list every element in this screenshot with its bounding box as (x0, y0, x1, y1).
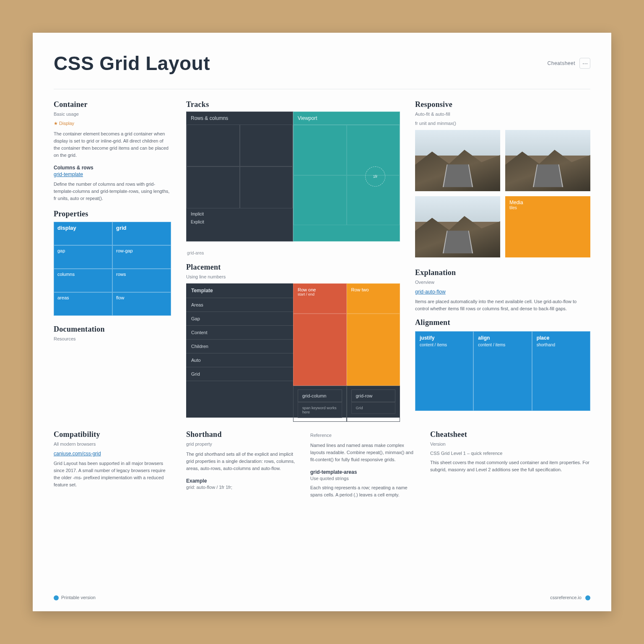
right-sub-1a: Auto-fit & auto-fill (415, 112, 590, 117)
right-para-2: Items are placed automatically into the … (415, 298, 590, 312)
center-heading-2: Placement (186, 263, 400, 272)
bottom-sub-3: Reference (310, 433, 415, 438)
bottom-minor-4: CSS Grid Level 1 – quick reference (430, 451, 590, 456)
footer-right-label: cssreference.io (550, 595, 582, 600)
alignment-table: justify content / items align content / … (415, 331, 590, 411)
orange-cell: Row two (347, 283, 400, 314)
right-heading-3: Alignment (415, 318, 590, 327)
center-sub-2: Using line numbers (186, 274, 400, 279)
photo-tile (415, 196, 500, 257)
left-heading-3: Documentation (54, 325, 171, 334)
fr-circle-icon: 1fr (365, 166, 385, 187)
bottom-heading-2: Shorthand (186, 430, 295, 439)
right-sub-2: Overview (415, 280, 590, 285)
table-cell: display (54, 222, 112, 245)
cell-label: grid-row (351, 390, 396, 402)
footer-left[interactable]: Printable version (54, 595, 96, 600)
right-heading-2: Explanation (415, 268, 590, 277)
list-item: Content (186, 326, 293, 340)
bottom-minor-2: grid: auto-flow / 1fr 1fr; (186, 485, 295, 490)
orange-tile: Media tiles (505, 196, 590, 257)
footer: Printable version cssreference.io (54, 595, 590, 600)
cell-sub: span keyword works here (298, 402, 342, 418)
col-heading: justify (420, 335, 469, 341)
left-para-2: Define the number of columns and rows wi… (54, 181, 171, 202)
right-column: Responsive Auto-fit & auto-fill fr unit … (415, 100, 590, 418)
right-heading-1: Responsive (415, 100, 590, 109)
table-cell: row-gap (112, 245, 171, 269)
foot-cell: grid-column span keyword works here (293, 386, 347, 422)
col-heading: place (537, 335, 586, 341)
left-heading-2: Properties (54, 210, 171, 218)
diagram-footnote: grid-area (186, 249, 400, 255)
bottom-link-1[interactable]: caniuse.com/css-grid (54, 451, 171, 457)
bottom-minor-3: Use quoted strings (310, 476, 415, 481)
table-cell: grid (112, 222, 171, 245)
photo-tile (415, 130, 500, 191)
photo-grid: Media tiles (415, 130, 590, 257)
list-item: Children (186, 340, 293, 353)
table-cell: flow (112, 292, 171, 316)
topbar: CSS Grid Layout Cheatsheet ⋯ (54, 52, 590, 75)
bottom-label-3: grid-template-areas (310, 469, 415, 475)
bottom-heading-1: Compatibility (54, 430, 171, 439)
dot-icon (54, 595, 59, 600)
bottom-sub-4: Version (430, 441, 590, 447)
list-item: Areas (186, 298, 293, 312)
bottom-sub-2: grid property (186, 441, 295, 447)
star-badge: ★ Display (54, 121, 171, 126)
diagram-teal-panel: Viewport 1fr (293, 112, 400, 242)
col-value: content / items (478, 343, 527, 347)
cell-label: Row one (298, 287, 342, 292)
right-sub-1b: fr unit and minmax() (415, 121, 590, 126)
table-col: place shorthand (532, 331, 590, 411)
diagram-dark-panel: Rows & columns Implicit Explicit (186, 112, 293, 242)
bottom-para-1: Grid Layout has been supported in all ma… (54, 460, 171, 488)
placement-diagram: Template Areas Gap Content Children Auto… (186, 283, 400, 418)
tracks-diagram: Rows & columns Implicit Explicit Viewpor… (186, 112, 400, 242)
main-columns: Container Basic usage ★ Display The cont… (54, 100, 590, 418)
bottom-heading-4: Cheatsheet (430, 430, 590, 439)
list-item: Gap (186, 312, 293, 326)
table-cell: rows (112, 269, 171, 292)
bottom-para-3b: Each string represents a row; repeating … (310, 484, 415, 499)
orange-fill (347, 314, 400, 386)
bottom-row: Compatibility All modern browsers canius… (54, 430, 590, 504)
diagram-label: Implicit (187, 208, 293, 220)
bottom-sub-1: All modern browsers (54, 441, 171, 447)
list-item: Grid (186, 367, 293, 381)
col-value: shorthand (537, 343, 586, 347)
left-link-1[interactable]: grid-template (54, 171, 171, 177)
page-title: CSS Grid Layout (54, 52, 210, 75)
bottom-para-2: The grid shorthand sets all of the expli… (186, 451, 295, 472)
properties-grid: display grid gap row-gap columns rows ar… (54, 222, 171, 316)
bottom-para-3a: Named lines and named areas make complex… (310, 442, 415, 463)
placement-dark-list: Template Areas Gap Content Children Auto… (186, 283, 293, 418)
col-value: content / items (420, 343, 469, 347)
breadcrumb: Cheatsheet (548, 60, 575, 66)
bottom-para-4: This sheet covers the most commonly used… (430, 459, 590, 473)
left-sub-1: Basic usage (54, 112, 171, 117)
footer-left-label: Printable version (61, 595, 96, 600)
settings-icon[interactable]: ⋯ (579, 58, 590, 69)
divider (54, 89, 590, 89)
placement-color-panel: Row one start / end Row two grid-column … (293, 283, 400, 418)
foot-cell: grid-row Grid (347, 386, 400, 422)
diagram-label: Viewport (293, 112, 400, 125)
list-item: Template (186, 283, 293, 298)
diagram-label: Explicit (187, 220, 293, 228)
right-link-2[interactable]: grid-auto-flow (415, 289, 590, 295)
center-heading-1: Tracks (186, 100, 400, 109)
center-column: Tracks Rows & columns Implicit Explicit … (186, 100, 400, 418)
table-cell: gap (54, 245, 112, 269)
footer-right[interactable]: cssreference.io (550, 595, 590, 600)
photo-tile (505, 130, 590, 191)
table-cell: columns (54, 269, 112, 292)
bottom-label-2: Example (186, 478, 295, 484)
left-column: Container Basic usage ★ Display The cont… (54, 100, 171, 418)
left-para-1: The container element becomes a grid con… (54, 130, 171, 159)
tile-label: Media (509, 200, 586, 205)
cell-sub: Grid (351, 402, 396, 414)
sheet: CSS Grid Layout Cheatsheet ⋯ Container B… (33, 33, 611, 611)
diagram-label: Rows & columns (187, 112, 293, 125)
